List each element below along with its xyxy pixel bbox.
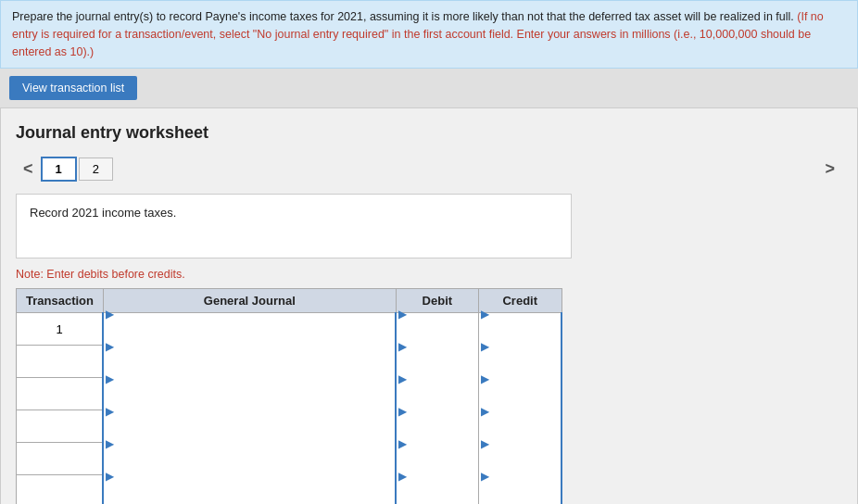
general-journal-input[interactable] bbox=[104, 483, 395, 504]
transaction-number-cell: 1 bbox=[17, 313, 104, 346]
nav-left-button[interactable]: < bbox=[16, 156, 41, 183]
credit-input[interactable] bbox=[479, 353, 561, 384]
transaction-number-cell bbox=[17, 346, 104, 378]
debit-input[interactable] bbox=[397, 385, 478, 417]
debit-cell[interactable]: ▶ bbox=[396, 313, 478, 346]
col-header-credit: Credit bbox=[479, 289, 561, 313]
debit-input[interactable] bbox=[397, 418, 478, 449]
debit-arrow-icon: ▶ bbox=[397, 308, 407, 321]
debit-arrow-icon: ▶ bbox=[397, 340, 407, 353]
nav-row: < 1 2 > bbox=[16, 156, 842, 183]
description-text: Record 2021 income taxes. bbox=[30, 206, 176, 220]
credit-arrow-icon: ▶ bbox=[479, 437, 489, 450]
credit-arrow-icon: ▶ bbox=[479, 372, 489, 385]
tab-2[interactable]: 2 bbox=[79, 158, 113, 181]
col-header-transaction: Transaction bbox=[17, 289, 104, 313]
general-journal-input[interactable] bbox=[104, 353, 395, 384]
credit-arrow-icon: ▶ bbox=[479, 340, 489, 353]
debit-arrow-icon: ▶ bbox=[397, 470, 407, 483]
credit-input[interactable] bbox=[479, 418, 561, 449]
credit-arrow-icon: ▶ bbox=[479, 308, 489, 321]
general-journal-input[interactable] bbox=[104, 321, 395, 352]
debit-arrow-icon: ▶ bbox=[397, 372, 407, 385]
general-journal-cell[interactable]: ▶ bbox=[103, 313, 396, 346]
credit-arrow-icon: ▶ bbox=[479, 470, 489, 483]
info-banner: Prepare the journal entry(s) to record P… bbox=[0, 0, 858, 69]
note-text: Note: Enter debits before credits. bbox=[16, 268, 842, 281]
general-journal-input[interactable] bbox=[104, 418, 395, 449]
row-arrow-icon: ▶ bbox=[104, 437, 114, 450]
row-arrow-icon: ▶ bbox=[104, 372, 114, 385]
debit-arrow-icon: ▶ bbox=[397, 437, 407, 450]
transaction-number-cell bbox=[17, 378, 104, 410]
transaction-number-cell bbox=[17, 443, 104, 475]
credit-arrow-icon: ▶ bbox=[479, 405, 489, 418]
col-header-general-journal: General Journal bbox=[103, 289, 396, 313]
debit-input[interactable] bbox=[397, 321, 478, 352]
transaction-number-cell bbox=[17, 410, 104, 443]
transaction-number-cell bbox=[17, 475, 104, 504]
row-arrow-icon: ▶ bbox=[104, 308, 114, 321]
debit-arrow-icon: ▶ bbox=[397, 405, 407, 418]
credit-input[interactable] bbox=[479, 450, 561, 482]
debit-input[interactable] bbox=[397, 353, 478, 384]
row-arrow-icon: ▶ bbox=[104, 405, 114, 418]
debit-input[interactable] bbox=[397, 483, 478, 504]
credit-cell[interactable]: ▶ bbox=[479, 313, 561, 346]
worksheet-title: Journal entry worksheet bbox=[16, 123, 842, 143]
view-transaction-list-button[interactable]: View transaction list bbox=[9, 76, 137, 100]
general-journal-input[interactable] bbox=[104, 385, 395, 417]
nav-right-button[interactable]: > bbox=[817, 156, 842, 183]
debit-input[interactable] bbox=[397, 450, 478, 482]
credit-input[interactable] bbox=[479, 483, 561, 504]
tab-1[interactable]: 1 bbox=[41, 157, 77, 182]
general-journal-input[interactable] bbox=[104, 450, 395, 482]
row-arrow-icon: ▶ bbox=[104, 340, 114, 353]
credit-input[interactable] bbox=[479, 385, 561, 417]
description-box: Record 2021 income taxes. bbox=[16, 194, 572, 258]
banner-text-main: Prepare the journal entry(s) to record P… bbox=[12, 10, 797, 23]
journal-table: Transaction General Journal Debit Credit… bbox=[16, 288, 562, 504]
row-arrow-icon: ▶ bbox=[104, 470, 114, 483]
worksheet-container: Journal entry worksheet < 1 2 > Record 2… bbox=[0, 107, 858, 504]
col-header-debit: Debit bbox=[396, 289, 478, 313]
credit-input[interactable] bbox=[479, 321, 561, 352]
transaction-list-bar: View transaction list bbox=[0, 69, 858, 107]
